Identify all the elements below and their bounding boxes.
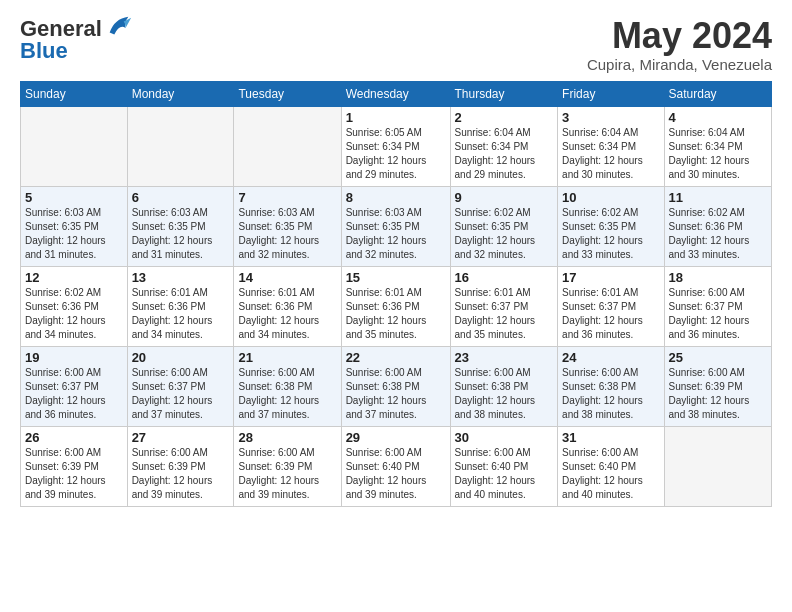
- weekday-header-wednesday: Wednesday: [341, 81, 450, 106]
- weekday-header-tuesday: Tuesday: [234, 81, 341, 106]
- day-info: Sunrise: 6:04 AM Sunset: 6:34 PM Dayligh…: [562, 126, 659, 182]
- calendar-cell: 17Sunrise: 6:01 AM Sunset: 6:37 PM Dayli…: [558, 266, 664, 346]
- day-number: 1: [346, 110, 446, 125]
- day-info: Sunrise: 6:02 AM Sunset: 6:36 PM Dayligh…: [669, 206, 767, 262]
- day-info: Sunrise: 6:05 AM Sunset: 6:34 PM Dayligh…: [346, 126, 446, 182]
- day-number: 11: [669, 190, 767, 205]
- calendar-cell: 9Sunrise: 6:02 AM Sunset: 6:35 PM Daylig…: [450, 186, 558, 266]
- week-row-3: 12Sunrise: 6:02 AM Sunset: 6:36 PM Dayli…: [21, 266, 772, 346]
- day-info: Sunrise: 6:00 AM Sunset: 6:37 PM Dayligh…: [669, 286, 767, 342]
- day-info: Sunrise: 6:00 AM Sunset: 6:37 PM Dayligh…: [132, 366, 230, 422]
- day-info: Sunrise: 6:00 AM Sunset: 6:39 PM Dayligh…: [25, 446, 123, 502]
- calendar-cell: 7Sunrise: 6:03 AM Sunset: 6:35 PM Daylig…: [234, 186, 341, 266]
- day-number: 31: [562, 430, 659, 445]
- calendar-cell: 1Sunrise: 6:05 AM Sunset: 6:34 PM Daylig…: [341, 106, 450, 186]
- day-info: Sunrise: 6:01 AM Sunset: 6:36 PM Dayligh…: [346, 286, 446, 342]
- logo-bird-icon: [105, 13, 133, 41]
- calendar-cell: 13Sunrise: 6:01 AM Sunset: 6:36 PM Dayli…: [127, 266, 234, 346]
- calendar-cell: 4Sunrise: 6:04 AM Sunset: 6:34 PM Daylig…: [664, 106, 771, 186]
- weekday-header-saturday: Saturday: [664, 81, 771, 106]
- day-number: 21: [238, 350, 336, 365]
- calendar-cell: 16Sunrise: 6:01 AM Sunset: 6:37 PM Dayli…: [450, 266, 558, 346]
- day-info: Sunrise: 6:00 AM Sunset: 6:38 PM Dayligh…: [238, 366, 336, 422]
- calendar-cell: [127, 106, 234, 186]
- calendar-table: SundayMondayTuesdayWednesdayThursdayFrid…: [20, 81, 772, 507]
- page: General Blue May 2024 Cupira, Miranda, V…: [0, 0, 792, 612]
- day-info: Sunrise: 6:02 AM Sunset: 6:35 PM Dayligh…: [562, 206, 659, 262]
- weekday-header-thursday: Thursday: [450, 81, 558, 106]
- day-info: Sunrise: 6:00 AM Sunset: 6:39 PM Dayligh…: [669, 366, 767, 422]
- day-number: 28: [238, 430, 336, 445]
- day-number: 12: [25, 270, 123, 285]
- calendar-cell: 15Sunrise: 6:01 AM Sunset: 6:36 PM Dayli…: [341, 266, 450, 346]
- day-number: 2: [455, 110, 554, 125]
- day-number: 8: [346, 190, 446, 205]
- day-info: Sunrise: 6:00 AM Sunset: 6:40 PM Dayligh…: [346, 446, 446, 502]
- calendar-cell: 19Sunrise: 6:00 AM Sunset: 6:37 PM Dayli…: [21, 346, 128, 426]
- day-number: 26: [25, 430, 123, 445]
- day-info: Sunrise: 6:01 AM Sunset: 6:37 PM Dayligh…: [562, 286, 659, 342]
- day-info: Sunrise: 6:00 AM Sunset: 6:40 PM Dayligh…: [562, 446, 659, 502]
- day-info: Sunrise: 6:03 AM Sunset: 6:35 PM Dayligh…: [25, 206, 123, 262]
- day-number: 15: [346, 270, 446, 285]
- day-number: 5: [25, 190, 123, 205]
- calendar-cell: 18Sunrise: 6:00 AM Sunset: 6:37 PM Dayli…: [664, 266, 771, 346]
- calendar-cell: 31Sunrise: 6:00 AM Sunset: 6:40 PM Dayli…: [558, 426, 664, 506]
- day-number: 9: [455, 190, 554, 205]
- day-info: Sunrise: 6:03 AM Sunset: 6:35 PM Dayligh…: [238, 206, 336, 262]
- day-number: 23: [455, 350, 554, 365]
- header: General Blue May 2024 Cupira, Miranda, V…: [20, 16, 772, 73]
- day-number: 7: [238, 190, 336, 205]
- month-title: May 2024: [587, 16, 772, 56]
- calendar-cell: 6Sunrise: 6:03 AM Sunset: 6:35 PM Daylig…: [127, 186, 234, 266]
- calendar-cell: 3Sunrise: 6:04 AM Sunset: 6:34 PM Daylig…: [558, 106, 664, 186]
- calendar-cell: 14Sunrise: 6:01 AM Sunset: 6:36 PM Dayli…: [234, 266, 341, 346]
- day-number: 17: [562, 270, 659, 285]
- day-info: Sunrise: 6:01 AM Sunset: 6:36 PM Dayligh…: [132, 286, 230, 342]
- day-info: Sunrise: 6:04 AM Sunset: 6:34 PM Dayligh…: [669, 126, 767, 182]
- day-info: Sunrise: 6:00 AM Sunset: 6:37 PM Dayligh…: [25, 366, 123, 422]
- day-number: 16: [455, 270, 554, 285]
- day-info: Sunrise: 6:02 AM Sunset: 6:36 PM Dayligh…: [25, 286, 123, 342]
- calendar-cell: 2Sunrise: 6:04 AM Sunset: 6:34 PM Daylig…: [450, 106, 558, 186]
- day-number: 22: [346, 350, 446, 365]
- calendar-cell: 21Sunrise: 6:00 AM Sunset: 6:38 PM Dayli…: [234, 346, 341, 426]
- weekday-header-monday: Monday: [127, 81, 234, 106]
- week-row-1: 1Sunrise: 6:05 AM Sunset: 6:34 PM Daylig…: [21, 106, 772, 186]
- day-info: Sunrise: 6:02 AM Sunset: 6:35 PM Dayligh…: [455, 206, 554, 262]
- day-number: 10: [562, 190, 659, 205]
- location: Cupira, Miranda, Venezuela: [587, 56, 772, 73]
- calendar-cell: 25Sunrise: 6:00 AM Sunset: 6:39 PM Dayli…: [664, 346, 771, 426]
- calendar-cell: [664, 426, 771, 506]
- calendar-cell: 26Sunrise: 6:00 AM Sunset: 6:39 PM Dayli…: [21, 426, 128, 506]
- calendar-cell: 12Sunrise: 6:02 AM Sunset: 6:36 PM Dayli…: [21, 266, 128, 346]
- calendar-cell: [21, 106, 128, 186]
- day-info: Sunrise: 6:00 AM Sunset: 6:39 PM Dayligh…: [132, 446, 230, 502]
- calendar-cell: 27Sunrise: 6:00 AM Sunset: 6:39 PM Dayli…: [127, 426, 234, 506]
- day-number: 19: [25, 350, 123, 365]
- day-number: 25: [669, 350, 767, 365]
- day-number: 4: [669, 110, 767, 125]
- calendar-cell: 11Sunrise: 6:02 AM Sunset: 6:36 PM Dayli…: [664, 186, 771, 266]
- day-number: 6: [132, 190, 230, 205]
- calendar-cell: 24Sunrise: 6:00 AM Sunset: 6:38 PM Dayli…: [558, 346, 664, 426]
- day-number: 18: [669, 270, 767, 285]
- weekday-header-sunday: Sunday: [21, 81, 128, 106]
- calendar-cell: [234, 106, 341, 186]
- weekday-header-friday: Friday: [558, 81, 664, 106]
- day-info: Sunrise: 6:00 AM Sunset: 6:38 PM Dayligh…: [346, 366, 446, 422]
- calendar-cell: 22Sunrise: 6:00 AM Sunset: 6:38 PM Dayli…: [341, 346, 450, 426]
- calendar-cell: 29Sunrise: 6:00 AM Sunset: 6:40 PM Dayli…: [341, 426, 450, 506]
- day-number: 20: [132, 350, 230, 365]
- day-number: 14: [238, 270, 336, 285]
- day-info: Sunrise: 6:01 AM Sunset: 6:37 PM Dayligh…: [455, 286, 554, 342]
- day-info: Sunrise: 6:04 AM Sunset: 6:34 PM Dayligh…: [455, 126, 554, 182]
- day-number: 24: [562, 350, 659, 365]
- day-info: Sunrise: 6:03 AM Sunset: 6:35 PM Dayligh…: [132, 206, 230, 262]
- day-info: Sunrise: 6:00 AM Sunset: 6:40 PM Dayligh…: [455, 446, 554, 502]
- calendar-cell: 5Sunrise: 6:03 AM Sunset: 6:35 PM Daylig…: [21, 186, 128, 266]
- calendar-cell: 20Sunrise: 6:00 AM Sunset: 6:37 PM Dayli…: [127, 346, 234, 426]
- title-area: May 2024 Cupira, Miranda, Venezuela: [587, 16, 772, 73]
- week-row-5: 26Sunrise: 6:00 AM Sunset: 6:39 PM Dayli…: [21, 426, 772, 506]
- logo: General Blue: [20, 16, 133, 64]
